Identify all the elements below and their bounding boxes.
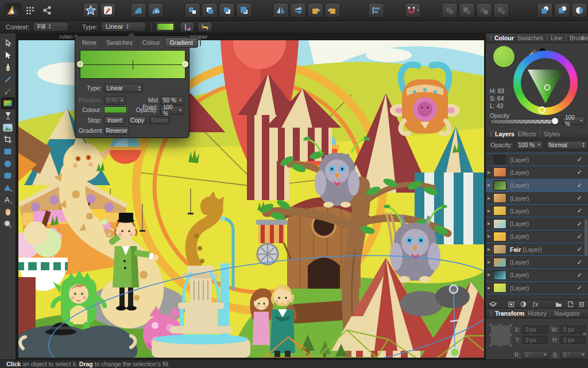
pen-tool[interactable]: [1, 61, 15, 73]
layer-visibility-checkbox[interactable]: ✓: [577, 207, 582, 214]
rotate-ccw-icon[interactable]: [307, 3, 323, 18]
gradient-type-select[interactable]: Linear▴▾: [104, 84, 143, 93]
delete-stop-button[interactable]: Delete: [149, 116, 170, 124]
tab-line[interactable]: Line: [547, 34, 562, 41]
tab-colour[interactable]: Colour: [494, 34, 514, 41]
fill-tool[interactable]: [1, 97, 15, 109]
expand-arrow-icon[interactable]: ▶: [488, 234, 493, 239]
layer-thumbnail[interactable]: [493, 283, 506, 293]
layer-row[interactable]: (Layer) ✓: [486, 154, 588, 166]
revert-fill-icon[interactable]: [180, 22, 195, 32]
layer-thumbnail[interactable]: [493, 167, 506, 177]
tab-history[interactable]: History: [528, 310, 547, 317]
rotation-select[interactable]: 0 °▾: [523, 351, 549, 359]
tab-swatches[interactable]: Swatches: [102, 38, 138, 47]
triangle-tool[interactable]: [1, 182, 15, 194]
ellipse-tool[interactable]: [1, 158, 15, 170]
expand-arrow-icon[interactable]: ▶: [488, 183, 493, 187]
gradient-stop-start[interactable]: [77, 61, 83, 67]
layer-thumbnail[interactable]: [493, 270, 506, 280]
layer-thumbnail[interactable]: [493, 206, 506, 216]
layer-thumbnail[interactable]: [493, 155, 506, 164]
gradient-stop-end[interactable]: [182, 61, 188, 67]
snapping-dropdown-caret[interactable]: ▾: [417, 8, 419, 13]
layer-visibility-checkbox[interactable]: ✓: [577, 156, 582, 163]
layer-visibility-checkbox[interactable]: ✓: [577, 271, 582, 279]
panel-grip[interactable]: [490, 36, 492, 41]
expand-arrow-icon[interactable]: ▶: [488, 286, 493, 290]
layer-visibility-checkbox[interactable]: ✓: [577, 246, 582, 253]
vector-crop-tool[interactable]: [1, 133, 15, 145]
layer-row[interactable]: ▶ (Layer) ✓: [486, 231, 588, 243]
gradient-editor[interactable]: [80, 50, 185, 79]
expand-arrow-icon[interactable]: ▶: [488, 170, 493, 175]
anchor-point-selector[interactable]: [491, 325, 510, 345]
layer-row[interactable]: ▶ (Layer) ✓: [486, 192, 588, 205]
layer-visibility-checkbox[interactable]: ✓: [577, 194, 582, 202]
geometry-add-icon[interactable]: [537, 3, 553, 18]
snapping-magnet-icon[interactable]: ▾: [405, 3, 421, 18]
layer-row[interactable]: ▶ Fair (Layer) ✓: [486, 243, 588, 256]
export-icon[interactable]: [130, 3, 146, 18]
reverse-gradient-button[interactable]: Reverse: [104, 126, 129, 135]
view-tool[interactable]: [1, 206, 15, 218]
layer-thumbnail[interactable]: [493, 193, 506, 203]
layer-thumbnail[interactable]: [493, 219, 506, 229]
flip-horizontal-icon[interactable]: [273, 3, 289, 18]
reverse-gradient-icon[interactable]: [198, 22, 212, 32]
mask-icon[interactable]: [508, 301, 514, 308]
tab-gradient[interactable]: Gradient: [165, 37, 198, 48]
layer-visibility-checkbox[interactable]: ✓: [577, 182, 582, 189]
grid-icon[interactable]: [22, 3, 38, 18]
w-field[interactable]: 0 px: [560, 325, 586, 334]
noise-swatch[interactable]: [200, 39, 201, 47]
layers-stack-icon[interactable]: [489, 301, 497, 308]
tab-styles[interactable]: Styles: [540, 131, 560, 137]
tab-layers[interactable]: Layers: [495, 131, 514, 137]
layer-thumbnail[interactable]: [493, 181, 506, 190]
rotate-cw-icon[interactable]: [324, 3, 341, 18]
tab-none[interactable]: None: [78, 38, 102, 47]
panel-grip[interactable]: [490, 132, 492, 137]
share-icon[interactable]: [39, 3, 55, 18]
opacity-value-select[interactable]: 100 %▾: [562, 116, 585, 125]
layer-row[interactable]: ▶ (Layer) ✓: [486, 166, 588, 179]
expand-arrow-icon[interactable]: ▶: [488, 196, 493, 201]
layer-row[interactable]: ▶ (Layer) ✓: [486, 179, 588, 192]
layer-row[interactable]: ▶ (Layer) ✓: [486, 205, 588, 217]
pixel-persona-icon[interactable]: [100, 3, 116, 18]
layer-thumbnail[interactable]: [493, 232, 506, 241]
adjustment-icon[interactable]: [520, 301, 527, 308]
rounded-rectangle-tool[interactable]: [1, 170, 15, 182]
expand-arrow-icon[interactable]: ▶: [488, 247, 493, 252]
current-colour-swatch[interactable]: [493, 46, 514, 67]
tab-colour[interactable]: Colour: [138, 38, 165, 47]
move-tool[interactable]: [1, 37, 15, 49]
place-image-tool[interactable]: [1, 121, 15, 133]
layer-row[interactable]: ▶ (Layer) ✓: [486, 256, 588, 269]
affinity-logo[interactable]: [5, 3, 21, 18]
geometry-intersect-icon[interactable]: [571, 3, 587, 18]
zoom-tool[interactable]: [1, 218, 15, 230]
transparency-tool[interactable]: [1, 109, 15, 121]
stop-colour-swatch[interactable]: [104, 106, 127, 113]
h-field[interactable]: 0 px: [560, 336, 586, 344]
vector-brush-tool[interactable]: [1, 85, 15, 97]
new-group-icon[interactable]: [555, 301, 562, 308]
export-2x-icon[interactable]: 2x: [148, 3, 164, 18]
gradient-fill-swatch[interactable]: [157, 23, 174, 30]
layer-visibility-checkbox[interactable]: ✓: [577, 220, 582, 228]
boolean-intersect-icon[interactable]: [476, 3, 492, 18]
opacity-slider[interactable]: [490, 119, 559, 124]
insert-stop-button[interactable]: Insert: [104, 116, 125, 124]
layer-visibility-checkbox[interactable]: ✓: [577, 259, 582, 266]
expand-arrow-icon[interactable]: ▶: [488, 260, 493, 264]
expand-arrow-icon[interactable]: ▶: [488, 273, 493, 277]
x-field[interactable]: 0 px: [523, 325, 548, 334]
layer-visibility-checkbox[interactable]: ✓: [577, 168, 582, 176]
layers-scrollbar[interactable]: [585, 219, 587, 256]
backward-icon[interactable]: [219, 3, 235, 18]
new-layer-icon[interactable]: [568, 301, 574, 308]
y-field[interactable]: 0 px: [523, 336, 548, 344]
tab-transform[interactable]: Transform: [495, 310, 524, 317]
